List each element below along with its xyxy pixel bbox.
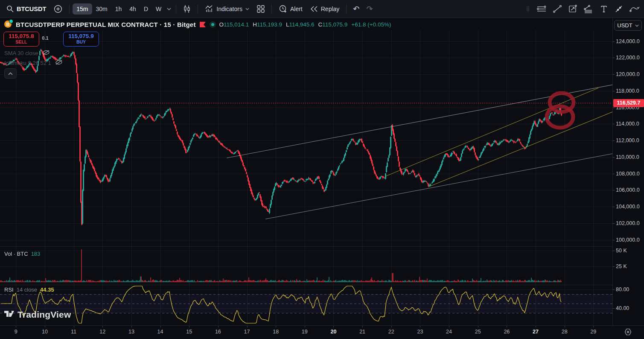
timeframe-W[interactable]: W (152, 3, 165, 15)
price-axis[interactable]: USDT 124,000.0122,000.0120,000.0118,000.… (612, 18, 644, 325)
timeframe-30m[interactable]: 30m (92, 3, 111, 15)
time-tick-mark (420, 326, 420, 327)
time-tick-mark (507, 326, 507, 327)
chart-canvas[interactable] (0, 18, 612, 339)
currency-unit-button[interactable]: USDT (614, 20, 642, 31)
time-axis[interactable]: 9101112131415161718192021222324252627282… (0, 325, 644, 339)
high-value: 115,193.9 (257, 21, 282, 28)
axis-tick-mark (613, 174, 615, 174)
toolbar-divider (176, 4, 176, 14)
chevron-down-icon (245, 8, 249, 10)
price-axis-tick: 100,000.0 (616, 237, 640, 243)
time-tick-mark (45, 326, 45, 327)
sma-label: SMA 30 close (4, 50, 38, 56)
time-axis-label: 24 (442, 329, 456, 335)
price-axis-tick: 40.00 (616, 305, 629, 311)
time-tick-mark (565, 326, 565, 327)
time-axis-label: 16 (211, 329, 225, 335)
flag-icon[interactable] (199, 21, 206, 28)
compare-add-symbol-button[interactable] (50, 3, 66, 15)
currency-label: USDT (617, 22, 632, 29)
timeframe-15m[interactable]: 15m (73, 3, 92, 15)
alert-label: Alert (290, 6, 303, 12)
price-axis-tick: 112,000.0 (616, 137, 639, 143)
candlestick-chart-icon (183, 5, 191, 13)
indicators-button[interactable]: Indicators (201, 3, 253, 15)
curve-tool-icon[interactable] (629, 5, 640, 13)
range-tool-icon[interactable] (568, 5, 577, 13)
symbol-name: BTCUSDT (17, 6, 46, 12)
axis-tick-mark (613, 289, 615, 290)
text-tool-icon[interactable] (600, 5, 608, 13)
close-value: 115,075.9 (322, 21, 347, 28)
horizontal-lines-tool-icon[interactable] (536, 5, 547, 13)
axis-tick-mark (613, 251, 615, 251)
price-axis-tick: 114,000.0 (616, 121, 639, 127)
time-axis-label: 9 (9, 329, 23, 335)
trendline-tool-icon[interactable] (553, 5, 562, 13)
last-price-badge: 116,529.7 (613, 99, 644, 107)
price-axis-tick: 118,000.0 (616, 88, 639, 94)
time-axis-settings-icon[interactable] (624, 328, 632, 338)
time-tick-mark (449, 326, 449, 327)
legend-sma[interactable]: SMA 30 close (4, 50, 50, 57)
axis-tick-mark (613, 41, 615, 42)
time-tick-mark (536, 326, 536, 327)
volume-pane-legend[interactable]: Vol · BTC 183 (4, 251, 40, 257)
sell-button[interactable]: 115,075.8 SELL (3, 32, 39, 47)
low-value: 114,945.6 (289, 21, 314, 28)
rsi-params: 14 close (17, 286, 37, 293)
time-tick-mark (305, 326, 305, 327)
axis-tick-mark (613, 266, 615, 267)
layout-grid-button[interactable] (253, 3, 268, 15)
price-axis-tick: 104,000.0 (616, 204, 640, 210)
time-tick-mark (131, 326, 132, 327)
top-toolbar: BTCUSDT 15m 30m 1h 4h D W (0, 0, 644, 18)
toolbar-divider (346, 4, 347, 14)
buy-button[interactable]: 115,075.9 BUY (63, 32, 99, 47)
redo-button[interactable]: ↷ (363, 3, 376, 15)
timeframe-D[interactable]: D (140, 3, 152, 15)
axis-tick-mark (613, 58, 615, 58)
axis-tick-mark (613, 91, 615, 91)
toolbar-divider (198, 4, 198, 14)
price-axis-tick: 25 K (616, 263, 627, 269)
legend-collapse-button[interactable] (4, 68, 17, 79)
price-axis-tick: 120,000.0 (616, 71, 640, 77)
time-axis-label: 12 (95, 329, 110, 335)
change-value: +61.8 (+0.05%) (351, 21, 391, 28)
symbol-search-button[interactable]: BTCUSDT (3, 3, 50, 15)
drawing-toolbar: ⣿ (526, 5, 641, 13)
brush-tool-icon[interactable] (614, 5, 624, 13)
buy-label: BUY (76, 40, 86, 45)
legend-ichimoku[interactable]: Ichimoku 9 26 52 1 (4, 59, 63, 67)
trade-panel: 115,075.8 SELL 0.1 115,075.9 BUY (3, 32, 99, 47)
axis-tick-mark (613, 74, 615, 75)
undo-button[interactable]: ↶ (350, 3, 363, 15)
eye-hidden-icon[interactable] (42, 50, 50, 57)
time-axis-label: 25 (471, 329, 485, 335)
toolbar-drag-handle[interactable]: ⣿ (526, 8, 530, 10)
time-axis-label: 11 (67, 329, 81, 335)
alert-button[interactable]: Alert (275, 3, 306, 15)
timeframe-menu-button[interactable] (165, 6, 173, 12)
pitchfork-tool-icon[interactable] (583, 5, 594, 13)
indicators-icon (205, 5, 213, 13)
high-label: H (253, 21, 257, 28)
rsi-pane-legend[interactable]: RSI 14 close 44.35 (4, 286, 54, 293)
time-axis-label: 18 (268, 329, 283, 335)
time-tick-mark (247, 326, 248, 327)
market-status-icon[interactable] (210, 21, 216, 28)
volume-value: 183 (31, 251, 41, 257)
chart-title[interactable]: BTCUSDTPERP PERPETUAL MIX CONTRACT · 15 … (16, 21, 196, 28)
timeframe-4h[interactable]: 4h (125, 3, 140, 15)
toolbar-divider (69, 4, 70, 14)
eye-hidden-icon[interactable] (55, 59, 63, 67)
timeframe-1h[interactable]: 1h (111, 3, 126, 15)
chart-type-button[interactable] (179, 3, 195, 15)
price-axis-tick: 110,000.0 (616, 154, 639, 160)
tradingview-watermark[interactable]: TradingView (4, 310, 71, 320)
time-axis-label: 22 (384, 329, 399, 335)
time-axis-label: 19 (297, 329, 312, 335)
replay-button[interactable]: Replay (306, 3, 344, 15)
